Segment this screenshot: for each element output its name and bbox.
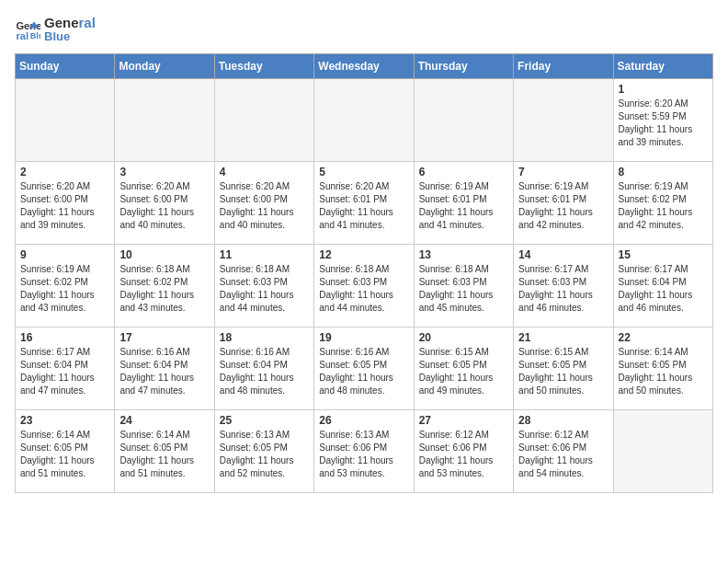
- day-number: 18: [220, 331, 309, 344]
- calendar-cell: 27Sunrise: 6:12 AM Sunset: 6:06 PM Dayli…: [414, 410, 513, 493]
- calendar-cell: 7Sunrise: 6:19 AM Sunset: 6:01 PM Daylig…: [514, 162, 613, 245]
- day-number: 16: [20, 331, 109, 344]
- weekday-header-saturday: Saturday: [613, 54, 712, 79]
- day-number: 4: [220, 166, 309, 178]
- calendar-week-5: 23Sunrise: 6:14 AM Sunset: 6:05 PM Dayli…: [16, 410, 713, 493]
- day-info: Sunrise: 6:20 AM Sunset: 6:00 PM Dayligh…: [220, 180, 309, 232]
- calendar-cell: 22Sunrise: 6:14 AM Sunset: 6:05 PM Dayli…: [613, 327, 712, 410]
- calendar-cell: 2Sunrise: 6:20 AM Sunset: 6:00 PM Daylig…: [16, 162, 115, 245]
- calendar-cell: 8Sunrise: 6:19 AM Sunset: 6:02 PM Daylig…: [613, 162, 712, 245]
- calendar-cell: [16, 79, 115, 162]
- calendar-cell: 17Sunrise: 6:16 AM Sunset: 6:04 PM Dayli…: [115, 327, 214, 410]
- day-info: Sunrise: 6:14 AM Sunset: 6:05 PM Dayligh…: [119, 429, 209, 480]
- day-number: 15: [619, 248, 708, 261]
- calendar-cell: 14Sunrise: 6:17 AM Sunset: 6:03 PM Dayli…: [514, 245, 613, 327]
- logo: Gene ral Blue General Blue: [15, 15, 96, 44]
- day-info: Sunrise: 6:18 AM Sunset: 6:03 PM Dayligh…: [319, 263, 408, 315]
- calendar-cell: 1Sunrise: 6:20 AM Sunset: 5:59 PM Daylig…: [613, 79, 712, 162]
- day-number: 3: [119, 166, 209, 178]
- day-info: Sunrise: 6:20 AM Sunset: 5:59 PM Dayligh…: [619, 98, 708, 149]
- day-info: Sunrise: 6:16 AM Sunset: 6:04 PM Dayligh…: [119, 346, 209, 397]
- weekday-header-friday: Friday: [514, 54, 613, 79]
- weekday-header-sunday: Sunday: [16, 54, 115, 79]
- day-info: Sunrise: 6:20 AM Sunset: 6:00 PM Dayligh…: [119, 180, 209, 232]
- calendar-cell: 13Sunrise: 6:18 AM Sunset: 6:03 PM Dayli…: [414, 245, 513, 327]
- day-info: Sunrise: 6:19 AM Sunset: 6:02 PM Dayligh…: [619, 180, 708, 232]
- day-number: 21: [518, 331, 608, 344]
- calendar-cell: [514, 79, 613, 162]
- calendar-cell: 10Sunrise: 6:18 AM Sunset: 6:02 PM Dayli…: [115, 245, 214, 327]
- page-header: Gene ral Blue General Blue: [15, 15, 713, 44]
- day-number: 1: [619, 83, 708, 96]
- calendar-cell: 15Sunrise: 6:17 AM Sunset: 6:04 PM Dayli…: [613, 245, 712, 327]
- day-number: 19: [319, 331, 408, 344]
- day-number: 6: [419, 166, 508, 178]
- day-info: Sunrise: 6:18 AM Sunset: 6:02 PM Dayligh…: [119, 263, 209, 315]
- calendar-week-2: 2Sunrise: 6:20 AM Sunset: 6:00 PM Daylig…: [16, 162, 713, 245]
- day-number: 5: [319, 166, 408, 178]
- day-number: 12: [319, 248, 408, 261]
- day-info: Sunrise: 6:16 AM Sunset: 6:05 PM Dayligh…: [319, 346, 408, 397]
- calendar-week-1: 1Sunrise: 6:20 AM Sunset: 5:59 PM Daylig…: [16, 79, 713, 162]
- calendar-cell: 26Sunrise: 6:13 AM Sunset: 6:06 PM Dayli…: [314, 410, 414, 493]
- calendar-cell: 23Sunrise: 6:14 AM Sunset: 6:05 PM Dayli…: [16, 410, 115, 493]
- day-info: Sunrise: 6:19 AM Sunset: 6:01 PM Dayligh…: [419, 180, 508, 232]
- calendar-cell: [613, 410, 712, 493]
- day-info: Sunrise: 6:19 AM Sunset: 6:01 PM Dayligh…: [518, 180, 608, 232]
- day-number: 8: [619, 166, 708, 178]
- day-info: Sunrise: 6:18 AM Sunset: 6:03 PM Dayligh…: [419, 263, 508, 315]
- day-info: Sunrise: 6:13 AM Sunset: 6:06 PM Dayligh…: [319, 429, 408, 480]
- calendar-cell: 11Sunrise: 6:18 AM Sunset: 6:03 PM Dayli…: [214, 245, 313, 327]
- day-info: Sunrise: 6:17 AM Sunset: 6:04 PM Dayligh…: [619, 263, 708, 315]
- calendar-cell: 19Sunrise: 6:16 AM Sunset: 6:05 PM Dayli…: [314, 327, 414, 410]
- day-info: Sunrise: 6:19 AM Sunset: 6:02 PM Dayligh…: [20, 263, 109, 315]
- calendar-week-4: 16Sunrise: 6:17 AM Sunset: 6:04 PM Dayli…: [16, 327, 713, 410]
- calendar-cell: 4Sunrise: 6:20 AM Sunset: 6:00 PM Daylig…: [214, 162, 313, 245]
- day-number: 14: [518, 248, 608, 261]
- day-info: Sunrise: 6:16 AM Sunset: 6:04 PM Dayligh…: [220, 346, 309, 397]
- weekday-header-monday: Monday: [115, 54, 214, 79]
- day-number: 17: [119, 331, 209, 344]
- calendar-cell: [414, 79, 513, 162]
- day-info: Sunrise: 6:17 AM Sunset: 6:03 PM Dayligh…: [518, 263, 608, 315]
- day-number: 10: [119, 248, 209, 261]
- svg-text:Blue: Blue: [30, 31, 40, 40]
- day-number: 7: [518, 166, 608, 178]
- day-number: 13: [419, 248, 508, 261]
- calendar-cell: 21Sunrise: 6:15 AM Sunset: 6:05 PM Dayli…: [514, 327, 613, 410]
- day-info: Sunrise: 6:17 AM Sunset: 6:04 PM Dayligh…: [20, 346, 109, 397]
- day-number: 20: [419, 331, 508, 344]
- calendar-cell: [115, 79, 214, 162]
- day-number: 27: [419, 414, 508, 427]
- calendar-cell: 16Sunrise: 6:17 AM Sunset: 6:04 PM Dayli…: [16, 327, 115, 410]
- weekday-header-thursday: Thursday: [414, 54, 513, 79]
- day-info: Sunrise: 6:20 AM Sunset: 6:00 PM Dayligh…: [20, 180, 109, 232]
- calendar-cell: 5Sunrise: 6:20 AM Sunset: 6:01 PM Daylig…: [314, 162, 414, 245]
- day-info: Sunrise: 6:18 AM Sunset: 6:03 PM Dayligh…: [220, 263, 309, 315]
- calendar-cell: [314, 79, 414, 162]
- day-number: 23: [20, 414, 109, 427]
- day-info: Sunrise: 6:14 AM Sunset: 6:05 PM Dayligh…: [20, 429, 109, 480]
- weekday-header-tuesday: Tuesday: [214, 54, 313, 79]
- day-info: Sunrise: 6:12 AM Sunset: 6:06 PM Dayligh…: [419, 429, 508, 480]
- calendar-cell: 28Sunrise: 6:12 AM Sunset: 6:06 PM Dayli…: [514, 410, 613, 493]
- day-number: 2: [20, 166, 109, 178]
- calendar-cell: 3Sunrise: 6:20 AM Sunset: 6:00 PM Daylig…: [115, 162, 214, 245]
- day-number: 25: [220, 414, 309, 427]
- day-info: Sunrise: 6:14 AM Sunset: 6:05 PM Dayligh…: [619, 346, 708, 397]
- calendar-cell: 24Sunrise: 6:14 AM Sunset: 6:05 PM Dayli…: [115, 410, 214, 493]
- weekday-header-row: SundayMondayTuesdayWednesdayThursdayFrid…: [16, 54, 713, 79]
- calendar-cell: 9Sunrise: 6:19 AM Sunset: 6:02 PM Daylig…: [16, 245, 115, 327]
- day-number: 22: [619, 331, 708, 344]
- calendar-cell: [214, 79, 313, 162]
- day-number: 9: [20, 248, 109, 261]
- calendar-cell: 6Sunrise: 6:19 AM Sunset: 6:01 PM Daylig…: [414, 162, 513, 245]
- logo-icon: Gene ral Blue: [15, 17, 40, 42]
- calendar-cell: 12Sunrise: 6:18 AM Sunset: 6:03 PM Dayli…: [314, 245, 414, 327]
- day-info: Sunrise: 6:15 AM Sunset: 6:05 PM Dayligh…: [518, 346, 608, 397]
- day-info: Sunrise: 6:20 AM Sunset: 6:01 PM Dayligh…: [319, 180, 408, 232]
- calendar-cell: 25Sunrise: 6:13 AM Sunset: 6:05 PM Dayli…: [214, 410, 313, 493]
- day-info: Sunrise: 6:15 AM Sunset: 6:05 PM Dayligh…: [419, 346, 508, 397]
- day-info: Sunrise: 6:12 AM Sunset: 6:06 PM Dayligh…: [518, 429, 608, 480]
- weekday-header-wednesday: Wednesday: [314, 54, 414, 79]
